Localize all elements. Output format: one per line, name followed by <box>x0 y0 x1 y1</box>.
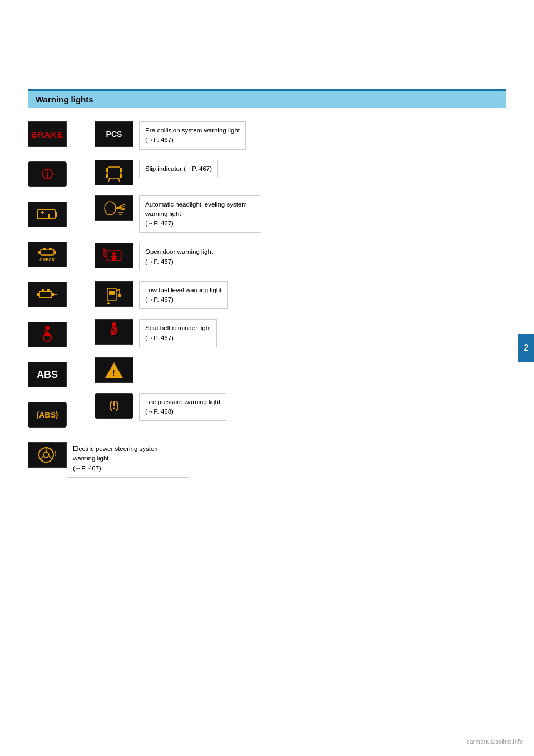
slip-icon <box>103 163 125 183</box>
headlight-icon <box>102 199 126 218</box>
slip-callout-text: Slip indicator (→P. 467) <box>145 165 212 172</box>
svg-rect-27 <box>106 174 108 178</box>
svg-rect-6 <box>43 248 46 250</box>
check-engine-icon <box>38 247 56 257</box>
fuel-callout-text: Low fuel level warning light <box>145 287 221 293</box>
svg-text:!: ! <box>54 450 56 458</box>
headlight-badge <box>95 195 134 221</box>
svg-rect-9 <box>54 251 56 254</box>
abs-circle-badge: (ABS) <box>28 402 67 428</box>
fuel-callout-ref: (→P. 467) <box>145 296 174 303</box>
svg-point-15 <box>45 326 50 330</box>
svg-text:!: ! <box>112 369 115 377</box>
pcs-callout-ref: (→P. 467) <box>145 136 174 143</box>
page-number-tab: 2 <box>518 334 534 362</box>
eps-callout-ref: (→P. 467) <box>73 465 101 472</box>
seatbelt-callout-text: Seat belt reminder light <box>145 325 211 331</box>
fuel-row: ▲ Low fuel level warning light (→P. 467) <box>95 281 506 310</box>
svg-rect-5 <box>41 249 54 255</box>
brake-icon-row: BRAKE <box>28 121 78 147</box>
open-door-badge <box>95 243 134 268</box>
engine-icon <box>37 288 58 301</box>
open-door-callout: Open door warning light (→P. 467) <box>139 243 219 271</box>
svg-rect-14 <box>52 293 54 296</box>
tire-pressure-callout: Tire pressure warning light (→P. 468) <box>139 393 226 421</box>
section-header: Warning lights <box>28 91 506 108</box>
engine-badge <box>28 282 67 307</box>
slip-badge <box>95 160 134 185</box>
eps-icon: ! <box>36 444 58 466</box>
svg-point-35 <box>112 252 116 256</box>
seatbelt-reminder-icon <box>105 322 123 342</box>
svg-point-29 <box>105 202 116 215</box>
watermark: carmanualsoline.info <box>467 738 523 745</box>
eps-badge: ! <box>28 442 67 468</box>
battery-badge <box>28 202 67 227</box>
section-title: Warning lights <box>36 95 93 104</box>
pcs-callout-text: Pre-collision system warning light <box>145 127 240 134</box>
svg-line-22 <box>49 456 52 459</box>
svg-rect-37 <box>109 291 115 295</box>
headlight-callout-text: Automatic headlight leveling system warn… <box>145 201 247 217</box>
tire-pressure-badge: (!) <box>95 393 134 419</box>
left-icons-column: BRAKE ⓘ <box>28 121 78 468</box>
svg-rect-8 <box>38 251 41 254</box>
slip-callout: Slip indicator (→P. 467) <box>139 160 218 178</box>
svg-text:*: * <box>53 328 55 333</box>
headlight-row: Automatic headlight leveling system warn… <box>95 195 506 233</box>
open-door-callout-text: Open door warning light <box>145 248 213 255</box>
tire-pressure-symbol: (!) <box>109 400 119 411</box>
svg-point-19 <box>43 452 49 458</box>
svg-rect-38 <box>118 294 121 297</box>
pcs-callout: Pre-collision system warning light (→P. … <box>139 121 246 150</box>
seatbelt-callout-ref: (→P. 467) <box>145 335 174 341</box>
circle-i-badge: ⓘ <box>28 161 67 187</box>
circle-i-symbol: ⓘ <box>42 167 53 182</box>
abs-badge: ABS <box>28 362 67 387</box>
pcs-badge: PCS <box>95 121 134 147</box>
svg-line-21 <box>41 456 43 459</box>
open-door-row: Open door warning light (→P. 467) <box>95 243 506 271</box>
eps-callout: Electric power steering system warning l… <box>67 440 189 478</box>
open-door-icon <box>103 246 125 265</box>
seatbelt-row: Seat belt reminder light (→P. 467) <box>95 319 506 347</box>
svg-rect-7 <box>49 248 52 250</box>
abs-circle-symbol: (ABS) <box>37 410 58 419</box>
fuel-icon: ▲ <box>105 284 123 304</box>
airbag-icon: * <box>38 325 56 344</box>
circle-i-icon-row: ⓘ <box>28 161 78 187</box>
eps-callout-section: Electric power steering system warning l… <box>67 440 506 478</box>
abs-circle-icon-row: (ABS) <box>28 402 78 428</box>
tire-pressure-callout-text: Tire pressure warning light <box>145 399 220 405</box>
engine-icon-row <box>28 282 78 307</box>
airbag-icon-row: * <box>28 322 78 347</box>
abs-icon-row: ABS <box>28 362 78 387</box>
battery-icon-row <box>28 202 78 227</box>
slip-row: Slip indicator (→P. 467) <box>95 160 506 185</box>
svg-rect-12 <box>47 289 50 292</box>
tire-pressure-row: (!) Tire pressure warning light (→P. 468… <box>95 393 506 421</box>
fuel-callout: Low fuel level warning light (→P. 467) <box>139 281 228 310</box>
svg-point-40 <box>112 322 116 327</box>
svg-rect-26 <box>120 168 122 172</box>
check-icon-row: CHECK <box>28 242 78 267</box>
brake-badge: BRAKE <box>28 121 67 147</box>
headlight-callout-ref: (→P. 467) <box>145 220 174 227</box>
page-container: Warning lights BRAKE ⓘ <box>0 0 534 756</box>
svg-rect-25 <box>106 168 108 172</box>
abs-label: ABS <box>37 369 58 381</box>
svg-rect-24 <box>107 167 121 178</box>
main-layout: BRAKE ⓘ <box>28 121 506 468</box>
svg-rect-11 <box>42 289 44 292</box>
check-text: CHECK <box>39 258 55 262</box>
warning-triangle-badge: ! <box>95 357 134 383</box>
battery-icon <box>37 208 58 220</box>
svg-rect-1 <box>55 212 57 217</box>
pcs-row: PCS Pre-collision system warning light (… <box>95 121 506 150</box>
eps-callout-text: Electric power steering system warning l… <box>73 445 160 462</box>
open-door-callout-ref: (→P. 467) <box>145 258 174 265</box>
pcs-label: PCS <box>106 130 122 139</box>
right-column: PCS Pre-collision system warning light (… <box>95 121 506 468</box>
seatbelt-badge <box>95 319 134 345</box>
svg-rect-10 <box>39 291 52 298</box>
